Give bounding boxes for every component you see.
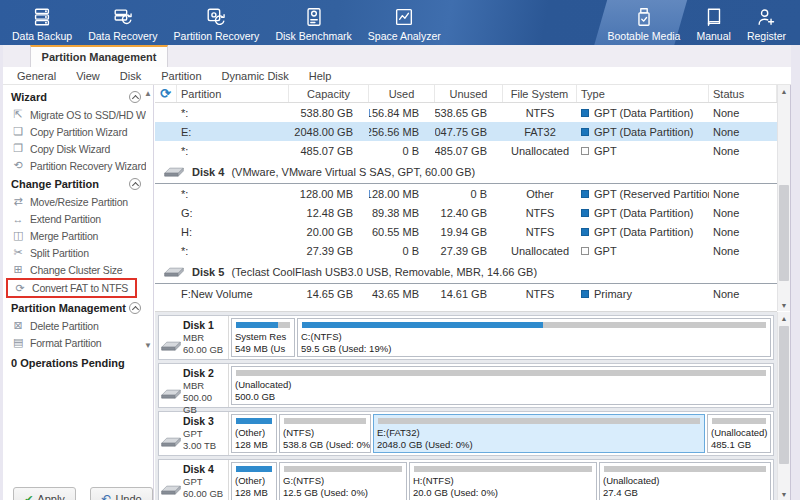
collapse-chevron-icon[interactable]: [129, 302, 141, 314]
partition-block-c-ntfs[interactable]: C:(NTFS)59.5 GB (Used: 19%): [297, 318, 771, 357]
column-header-status[interactable]: Status: [709, 85, 777, 102]
scroll-down-icon[interactable]: ▼: [778, 488, 790, 500]
sidebar-item-split-partition[interactable]: ✂Split Partition: [3, 244, 146, 261]
column-header-type[interactable]: Type: [577, 85, 709, 102]
sidebar-item-move-resize-partition[interactable]: ⇄Move/Resize Partition: [3, 193, 146, 210]
scroll-down-icon[interactable]: ▼: [778, 299, 790, 311]
toolbar-manual-button[interactable]: Manual: [688, 6, 738, 42]
sidebar-item-migrate-os-to-ssd-hd-wizard[interactable]: ⇱Migrate OS to SSD/HD Wizard: [3, 106, 146, 123]
table-row[interactable]: *:27.39 GB0 B27.39 GBUnallocatedGPTNone: [155, 241, 777, 260]
partition-size: 485.1 GB: [711, 439, 767, 451]
menu-general[interactable]: General: [7, 70, 66, 82]
partition-block-g-ntfs[interactable]: G:(NTFS)12.5 GB (Used: 0%): [279, 462, 407, 500]
cell-type: GPT: [577, 241, 709, 260]
partition-block-other[interactable]: (Other)128 MB: [231, 462, 277, 500]
menu-disk[interactable]: Disk: [110, 70, 151, 82]
row-icon-cell: [155, 284, 177, 303]
cell-file-system: NTFS: [503, 103, 577, 122]
sidebar-item-change-cluster-size[interactable]: ⊞Change Cluster Size: [3, 261, 146, 278]
menu-partition[interactable]: Partition: [151, 70, 211, 82]
partition-block-system-res[interactable]: System Res549 MB (Us: [231, 318, 295, 357]
tab-partition-management[interactable]: Partition Management: [30, 45, 168, 67]
scroll-up-icon[interactable]: ▲: [778, 312, 790, 324]
type-square-icon: [581, 247, 589, 255]
disk-label[interactable]: Disk 1MBR60.00 GB: [159, 316, 229, 359]
table-row[interactable]: *:538.80 GB156.84 MB538.65 GBNTFSGPT (Da…: [155, 103, 777, 122]
toolbar-disk-benchmark-button[interactable]: Disk Benchmark: [267, 6, 359, 42]
usage-bar: [414, 466, 592, 472]
partition-block-ntfs[interactable]: (NTFS)538.8 GB (Used: 0%): [279, 414, 371, 453]
sidebar-item-label: Change Cluster Size: [30, 264, 123, 276]
toolbar-space-analyzer-button[interactable]: Space Analyzer: [360, 6, 449, 42]
menu-help[interactable]: Help: [299, 70, 342, 82]
sidebar-item-partition-recovery-wizard[interactable]: ⟲Partition Recovery Wizard: [3, 157, 146, 174]
column-header-unused[interactable]: Unused: [435, 85, 503, 102]
sidebar-item-format-partition[interactable]: ▤Format Partition: [3, 334, 146, 351]
table-row[interactable]: *:485.07 GB0 B485.07 GBUnallocatedGPTNon…: [155, 141, 777, 160]
table-row[interactable]: E:2048.00 GB256.56 MB2047.75 GBFAT32GPT …: [155, 122, 777, 141]
refresh-icon[interactable]: ⟳: [160, 87, 171, 100]
table-row[interactable]: H:20.00 GB60.55 MB19.94 GBNTFSGPT (Data …: [155, 222, 777, 241]
disk-scheme: MBR: [183, 380, 228, 392]
sidebar-scroll-up-icon[interactable]: ▲: [144, 89, 152, 98]
menu-dynamic-disk[interactable]: Dynamic Disk: [212, 70, 299, 82]
toolbar-data-recovery-button[interactable]: Data Recovery: [80, 6, 165, 42]
partition-blocks: (Unallocated)500.0 GB: [229, 364, 773, 407]
partition-block-unallocated[interactable]: (Unallocated)500.0 GB: [231, 366, 771, 405]
sidebar-item-copy-disk-wizard[interactable]: ❐Copy Disk Wizard: [3, 140, 146, 157]
undo-button[interactable]: ↶ Undo: [90, 487, 153, 500]
partition-block-unallocated[interactable]: (Unallocated)485.1 GB: [707, 414, 771, 453]
menu-view[interactable]: View: [66, 70, 110, 82]
column-header-file-system[interactable]: File System: [503, 85, 577, 102]
toolbar-partition-recovery-button[interactable]: Partition Recovery: [166, 6, 268, 42]
disk-label[interactable]: Disk 3GPT3.00 TB: [159, 412, 229, 455]
cell-file-system: NTFS: [503, 222, 577, 241]
sidebar-scroll-down-icon[interactable]: ▼: [144, 341, 152, 350]
disk-label-texts: Disk 2MBR500.00 GB: [183, 367, 228, 416]
sidebar-item-copy-partition-wizard[interactable]: ❏Copy Partition Wizard: [3, 123, 146, 140]
toolbar-register-button[interactable]: Register: [739, 6, 794, 42]
partition-blocks: (Other)128 MBG:(NTFS)12.5 GB (Used: 0%)H…: [229, 460, 773, 500]
cell-status: None: [709, 241, 777, 260]
menu-bar: GeneralViewDiskPartitionDynamic DiskHelp: [3, 67, 791, 85]
partition-block-other[interactable]: (Other)128 MB: [231, 414, 277, 453]
table-row[interactable]: G:12.48 GB89.38 MB12.40 GBNTFSGPT (Data …: [155, 203, 777, 222]
manual-icon: [703, 6, 725, 28]
disk-map-scrollbar-thumb[interactable]: [779, 326, 789, 464]
table-row[interactable]: *:128.00 MB128.00 MB0 BOtherGPT (Reserve…: [155, 184, 777, 203]
partition-block-unallocated[interactable]: (Unallocated)27.4 GB: [599, 462, 771, 500]
collapse-chevron-icon[interactable]: [129, 178, 141, 190]
column-header-partition[interactable]: Partition: [177, 85, 289, 102]
table-scrollbar-thumb[interactable]: [779, 185, 789, 281]
sidebar-item-extend-partition[interactable]: ↔Extend Partition: [3, 210, 146, 227]
sidebar-item-label: Migrate OS to SSD/HD Wizard: [30, 109, 146, 121]
disk-label[interactable]: Disk 2MBR500.00 GB: [159, 364, 229, 407]
sidebar-item-merge-partition[interactable]: ◫Merge Partition: [3, 227, 146, 244]
disk-name: Disk 4: [183, 463, 223, 476]
column-header-used[interactable]: Used: [369, 85, 435, 102]
sidebar-item-delete-partition[interactable]: ⊠Delete Partition: [3, 317, 146, 334]
toolbar-data-backup-button[interactable]: Data Backup: [4, 6, 80, 42]
partition-block-h-ntfs[interactable]: H:(NTFS)20.0 GB (Used: 0%): [409, 462, 597, 500]
cell-capacity: 27.39 GB: [289, 241, 369, 260]
cell-used: 43.65 MB: [369, 284, 435, 303]
cell-capacity: 2048.00 GB: [289, 122, 369, 141]
sidebar-item-label: Format Partition: [30, 337, 102, 349]
disk-map-scrollbar[interactable]: ▲ ▼: [777, 312, 790, 500]
disk-label[interactable]: Disk 4GPT60.00 GB: [159, 460, 229, 500]
toolbar-bootable-media-button[interactable]: Bootable Media: [599, 6, 688, 42]
column-header-capacity[interactable]: Capacity: [289, 85, 369, 102]
disk-map-scrollbar-track[interactable]: [778, 324, 790, 488]
toolbar-label: Manual: [696, 30, 730, 42]
table-scrollbar[interactable]: ▲ ▼: [777, 85, 790, 311]
collapse-chevron-icon[interactable]: [129, 91, 141, 103]
table-row[interactable]: F:New Volume14.65 GB43.65 MB14.61 GBNTFS…: [155, 284, 777, 303]
partition-recovery-wizard-icon: ⟲: [11, 159, 25, 172]
scroll-up-icon[interactable]: ▲: [778, 85, 790, 97]
partition-block-e-fat32[interactable]: E:(FAT32)2048.0 GB (Used: 0%): [373, 414, 705, 453]
cell-file-system: Other: [503, 184, 577, 203]
disk-group-name: Disk 4: [192, 166, 224, 178]
sidebar-item-convert-fat-to-ntfs[interactable]: ⟳Convert FAT to NTFS: [6, 278, 137, 298]
apply-button[interactable]: ✔ Apply: [13, 487, 76, 500]
table-scrollbar-track[interactable]: [778, 97, 790, 299]
